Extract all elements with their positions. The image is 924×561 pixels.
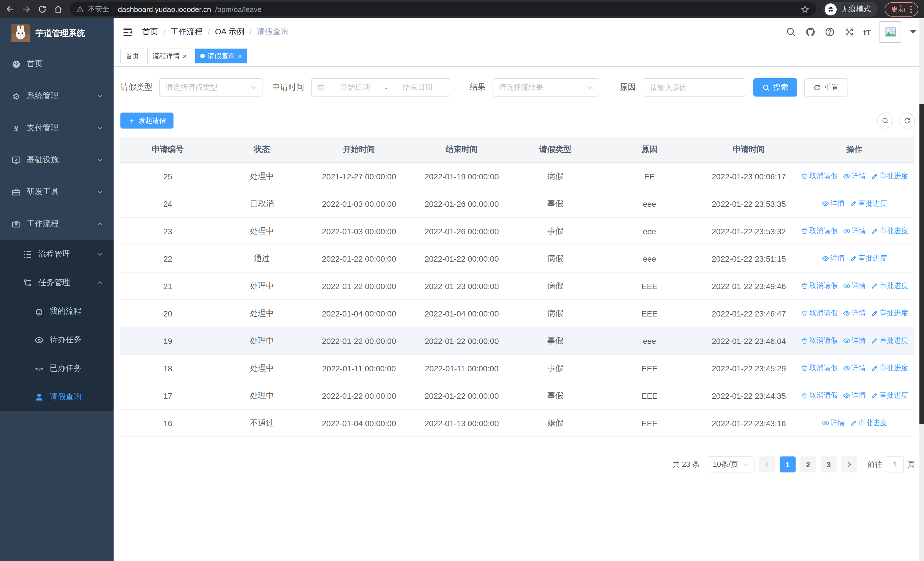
- eye-icon: [843, 392, 850, 399]
- cell-apply-time: 2022-01-22 23:45:29: [702, 364, 795, 373]
- table-row: 18 处理中 2022-01-11 00:00:00 2022-01-11 00…: [120, 355, 914, 382]
- tab-leave-query[interactable]: 请假查询 ×: [195, 48, 247, 63]
- cell-apply-no: 25: [120, 171, 215, 181]
- detail-link[interactable]: 详情: [843, 308, 866, 318]
- leave-type-label: 请假类型: [120, 82, 152, 93]
- cancel-leave-link[interactable]: 取消请假: [801, 391, 838, 400]
- apply-time-range-picker[interactable]: 开始日期 - 结束日期: [311, 78, 450, 96]
- refresh-table-button[interactable]: [899, 113, 915, 129]
- home-icon[interactable]: [54, 5, 63, 14]
- cancel-leave-link[interactable]: 取消请假: [801, 171, 838, 181]
- help-icon[interactable]: [825, 27, 835, 37]
- approval-progress-link[interactable]: 审批进度: [871, 171, 908, 181]
- detail-link[interactable]: 详情: [843, 226, 866, 236]
- cancel-leave-link[interactable]: 取消请假: [801, 363, 838, 373]
- cancel-leave-link[interactable]: 取消请假: [801, 336, 838, 346]
- result-select[interactable]: 请选择流结果: [492, 78, 599, 96]
- goto-page-input[interactable]: [886, 456, 904, 472]
- close-icon[interactable]: ×: [183, 52, 187, 60]
- sidebar-item-home[interactable]: 首页: [0, 48, 114, 80]
- update-button[interactable]: 更新: [885, 2, 918, 16]
- detail-link[interactable]: 详情: [822, 199, 844, 209]
- sidebar-collapse-button[interactable]: [122, 27, 133, 38]
- sidebar-item-label: 工作流程: [27, 219, 59, 229]
- active-dot: [200, 54, 205, 58]
- cancel-leave-link[interactable]: 取消请假: [801, 226, 838, 236]
- detail-link[interactable]: 详情: [843, 363, 866, 373]
- approval-progress-link[interactable]: 审批进度: [871, 363, 908, 373]
- cell-start-time: 2022-01-22 00:00:00: [309, 281, 409, 290]
- search-icon[interactable]: [786, 27, 796, 37]
- page-unit-label: 页: [908, 459, 915, 469]
- reload-icon[interactable]: [38, 5, 47, 14]
- user-avatar[interactable]: [879, 21, 901, 43]
- page-button-3[interactable]: 3: [821, 456, 837, 472]
- breadcrumb-separator: /: [249, 27, 252, 36]
- approval-progress-link[interactable]: 审批进度: [871, 226, 908, 236]
- sidebar-item-task-management[interactable]: 任务管理: [0, 269, 114, 297]
- sidebar-item-process-management[interactable]: 流程管理: [0, 240, 114, 269]
- approval-progress-link[interactable]: 审批进度: [871, 281, 908, 291]
- detail-link[interactable]: 详情: [822, 418, 844, 428]
- detail-link[interactable]: 详情: [843, 281, 866, 291]
- back-icon[interactable]: [6, 5, 15, 14]
- cancel-leave-link[interactable]: 取消请假: [801, 308, 838, 318]
- scrollbar-thumb[interactable]: [920, 104, 924, 424]
- scrollbar-track[interactable]: [920, 18, 924, 561]
- breadcrumb-workflow[interactable]: 工作流程: [171, 27, 202, 37]
- caret-down-icon[interactable]: [910, 30, 916, 34]
- font-size-icon[interactable]: tT: [864, 27, 870, 37]
- cell-reason: eee: [596, 227, 702, 236]
- eye-icon: [843, 337, 850, 344]
- next-page-button[interactable]: [841, 456, 857, 472]
- page-size-select[interactable]: 10条/页: [708, 456, 754, 472]
- forward-icon[interactable]: [22, 5, 31, 14]
- approval-progress-link[interactable]: 审批进度: [850, 418, 887, 428]
- url-bar[interactable]: 不安全 dashboard.yudao.iocoder.cn /bpm/oa/l…: [70, 2, 816, 16]
- sidebar-item-system-management[interactable]: ⚙ 系统管理: [0, 80, 114, 112]
- reset-button[interactable]: 重置: [804, 78, 848, 96]
- close-icon[interactable]: ×: [238, 52, 242, 60]
- tab-process-detail[interactable]: 流程详情 ×: [147, 48, 192, 63]
- reason-input[interactable]: [643, 78, 746, 96]
- show-search-toggle-button[interactable]: [877, 113, 893, 129]
- cell-apply-time: 2022-01-22 23:46:04: [702, 336, 795, 345]
- breadcrumb-oa-example[interactable]: OA 示例: [215, 27, 244, 37]
- detail-link[interactable]: 详情: [843, 336, 866, 346]
- page-button-1[interactable]: 1: [780, 456, 796, 472]
- page-button-2[interactable]: 2: [800, 456, 816, 472]
- sidebar-item-dev-tools[interactable]: 研发工具: [0, 176, 114, 208]
- approval-progress-link[interactable]: 审批进度: [850, 254, 887, 263]
- approval-progress-link[interactable]: 审批进度: [871, 336, 908, 346]
- cell-start-time: 2022-01-22 00:00:00: [309, 391, 409, 400]
- approval-progress-link[interactable]: 审批进度: [850, 199, 887, 209]
- detail-link[interactable]: 详情: [843, 171, 866, 181]
- bookmark-star-icon[interactable]: [801, 5, 809, 14]
- fullscreen-icon[interactable]: [844, 27, 854, 37]
- plus-icon: ＋: [128, 116, 135, 126]
- search-button[interactable]: 搜索: [753, 78, 797, 96]
- approval-progress-link[interactable]: 审批进度: [871, 308, 908, 318]
- breadcrumb-home[interactable]: 首页: [142, 27, 158, 37]
- tab-home[interactable]: 首页: [120, 48, 144, 63]
- cancel-leave-link[interactable]: 取消请假: [801, 281, 838, 291]
- sidebar-item-my-process[interactable]: 我的流程: [0, 297, 114, 326]
- cell-actions: 取消请假 详情 审批进度: [795, 336, 914, 346]
- sidebar-item-payment-management[interactable]: ¥ 支付管理: [0, 112, 114, 144]
- github-icon[interactable]: [805, 27, 816, 37]
- create-leave-button[interactable]: ＋ 发起请假: [120, 113, 174, 129]
- sidebar-item-workflow[interactable]: 工作流程: [0, 208, 114, 240]
- detail-link[interactable]: 详情: [822, 254, 844, 263]
- sidebar-item-infrastructure[interactable]: 基础设施: [0, 144, 114, 176]
- security-label[interactable]: 不安全: [88, 4, 109, 14]
- leave-type-select[interactable]: 请选择请假类型: [159, 78, 263, 96]
- kebab-menu-icon[interactable]: [910, 5, 912, 13]
- sidebar-item-todo-tasks[interactable]: 待办任务: [0, 326, 114, 354]
- prev-page-button[interactable]: [759, 456, 775, 472]
- detail-link[interactable]: 详情: [843, 391, 866, 400]
- sidebar-item-leave-query[interactable]: 请假查询: [0, 383, 114, 411]
- approval-progress-link[interactable]: 审批进度: [871, 391, 908, 400]
- cell-leave-type: 病假: [514, 253, 596, 264]
- cell-leave-type: 事假: [514, 226, 596, 236]
- sidebar-item-done-tasks[interactable]: 已办任务: [0, 354, 114, 383]
